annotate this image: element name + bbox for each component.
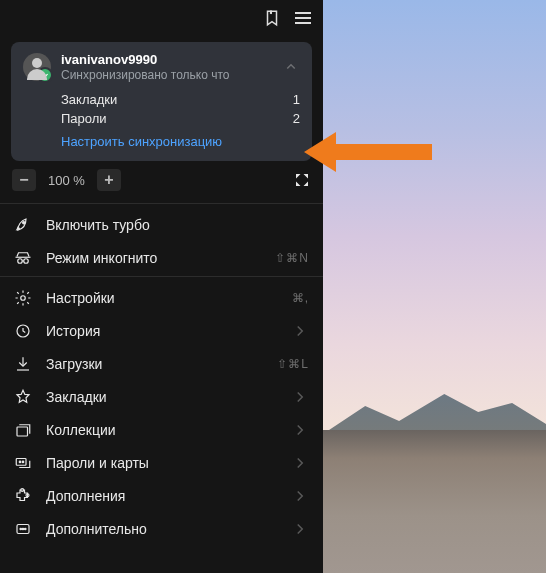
svg-point-8 [22, 461, 24, 463]
rocket-icon [14, 216, 32, 234]
menu-item-history[interactable]: История [0, 314, 323, 347]
sync-row-label: Пароли [61, 111, 107, 126]
configure-sync-link[interactable]: Настроить синхронизацию [61, 134, 300, 149]
menu-label: Дополнительно [46, 521, 277, 537]
menu-item-turbo[interactable]: Включить турбо [0, 208, 323, 241]
menu-label: Дополнения [46, 488, 277, 504]
collections-icon [14, 421, 32, 439]
menu-label: Включить турбо [46, 217, 309, 233]
zoom-controls: − 100 % + [0, 169, 323, 201]
sync-row-bookmarks[interactable]: Закладки 1 [61, 90, 300, 109]
browser-menu-panel: ivanivanov9990 Синхронизировано только ч… [0, 0, 323, 573]
zoom-in-button[interactable]: + [97, 169, 121, 191]
menu-label: История [46, 323, 277, 339]
shortcut: ⇧⌘N [275, 251, 309, 265]
svg-rect-5 [17, 427, 28, 436]
shortcut: ⇧⌘L [277, 357, 309, 371]
svg-point-1 [18, 258, 23, 263]
chevron-right-icon [291, 322, 309, 340]
svg-point-13 [22, 528, 24, 530]
chevron-right-icon [291, 421, 309, 439]
bookmark-icon[interactable] [263, 9, 281, 27]
sync-row-passwords[interactable]: Пароли 2 [61, 109, 300, 128]
zoom-value: 100 % [48, 173, 85, 188]
zoom-out-button[interactable]: − [12, 169, 36, 191]
chevron-up-icon[interactable] [282, 58, 300, 76]
star-icon [14, 388, 32, 406]
menu-item-addons[interactable]: Дополнения [0, 479, 323, 512]
svg-point-2 [24, 258, 29, 263]
sync-row-label: Закладки [61, 92, 117, 107]
window-toolbar [0, 0, 323, 36]
sync-card[interactable]: ivanivanov9990 Синхронизировано только ч… [11, 42, 312, 161]
chevron-right-icon [291, 520, 309, 538]
shortcut: ⌘, [292, 291, 309, 305]
menu-label: Закладки [46, 389, 277, 405]
menu-list: Включить турбо Режим инкогнито ⇧⌘N Настр… [0, 208, 323, 545]
puzzle-icon [14, 487, 32, 505]
sync-ok-badge [37, 67, 53, 83]
menu-label: Коллекции [46, 422, 277, 438]
menu-item-incognito[interactable]: Режим инкогнито ⇧⌘N [0, 241, 323, 274]
sync-username: ivanivanov9990 [61, 52, 229, 67]
svg-point-3 [21, 295, 26, 300]
download-icon [14, 355, 32, 373]
menu-label: Настройки [46, 290, 278, 306]
svg-point-14 [25, 528, 27, 530]
gear-icon [14, 289, 32, 307]
fullscreen-icon[interactable] [293, 171, 311, 189]
menu-item-bookmarks[interactable]: Закладки [0, 380, 323, 413]
sync-row-value: 1 [293, 92, 300, 107]
history-icon [14, 322, 32, 340]
chevron-right-icon [291, 454, 309, 472]
menu-label: Пароли и карты [46, 455, 277, 471]
menu-icon[interactable] [295, 9, 311, 27]
menu-label: Загрузки [46, 356, 263, 372]
avatar [23, 53, 51, 81]
svg-point-7 [19, 461, 21, 463]
more-icon [14, 520, 32, 538]
svg-point-12 [20, 528, 22, 530]
incognito-icon [14, 249, 32, 267]
menu-item-downloads[interactable]: Загрузки ⇧⌘L [0, 347, 323, 380]
sync-row-value: 2 [293, 111, 300, 126]
menu-item-more[interactable]: Дополнительно [0, 512, 323, 545]
svg-point-0 [23, 221, 25, 223]
menu-item-settings[interactable]: Настройки ⌘, [0, 281, 323, 314]
menu-label: Режим инкогнито [46, 250, 261, 266]
sync-status: Синхронизировано только что [61, 68, 229, 82]
menu-item-passwords[interactable]: Пароли и карты [0, 446, 323, 479]
passwords-icon [14, 454, 32, 472]
menu-item-collections[interactable]: Коллекции [0, 413, 323, 446]
chevron-right-icon [291, 388, 309, 406]
chevron-right-icon [291, 487, 309, 505]
